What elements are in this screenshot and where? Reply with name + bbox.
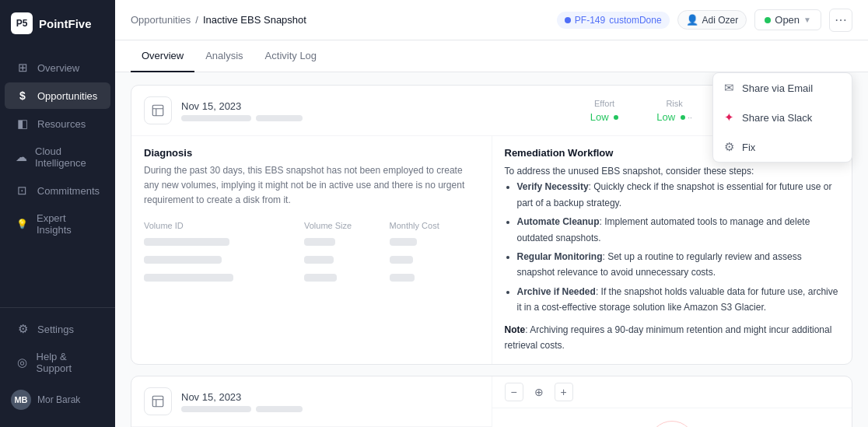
remediation-step-4: Archive if Needed: If the snapshot holds… bbox=[517, 284, 840, 316]
sidebar-item-help-support[interactable]: ◎ Help & Support bbox=[5, 344, 110, 381]
card-1-right: Remediation Workflow To address the unus… bbox=[492, 136, 852, 364]
table-row bbox=[144, 269, 479, 287]
sidebar-item-expert-insights-label: Expert Insights bbox=[37, 212, 100, 236]
zoom-controls: − ⊕ + bbox=[492, 376, 852, 408]
blur-cell bbox=[390, 274, 415, 282]
dropdown-menu: ✉ Share via Email ✦ Share via Slack ⚙ Fi… bbox=[712, 72, 852, 163]
tab-overview[interactable]: Overview bbox=[131, 40, 194, 72]
card-2-left: Nov 15, 2023 More Info | Resource page | bbox=[131, 376, 492, 427]
risk-dot bbox=[681, 115, 685, 120]
user-name: Mor Barak bbox=[37, 394, 80, 405]
card-1-left: Diagnosis During the past 30 days, this … bbox=[131, 136, 492, 364]
user-badge[interactable]: 👤 Adi Ozer bbox=[677, 10, 747, 30]
account-panel: Account bbox=[492, 408, 852, 427]
card-2-meta-1 bbox=[181, 406, 251, 412]
effort-value: Low bbox=[581, 111, 628, 123]
diagnosis-title: Diagnosis bbox=[144, 147, 479, 159]
sidebar-item-commitments-label: Commitments bbox=[37, 185, 100, 197]
sidebar-nav: ⊞ Overview $ Opportunities ◧ Resources ☁… bbox=[0, 47, 115, 307]
help-support-icon: ◎ bbox=[16, 355, 29, 369]
breadcrumb-parent[interactable]: Opportunities bbox=[131, 14, 191, 26]
blur-cell bbox=[390, 238, 417, 246]
sidebar-item-resources[interactable]: ◧ Resources bbox=[5, 110, 110, 138]
account-icon-wrap bbox=[649, 421, 695, 427]
resources-icon: ◧ bbox=[16, 117, 30, 131]
header-actions: PF-149 customDone 👤 Adi Ozer Open ▼ ⋯ bbox=[557, 9, 852, 32]
sidebar-item-settings-label: Settings bbox=[37, 324, 74, 335]
email-icon: ✉ bbox=[724, 81, 734, 95]
ticket-status: customDone bbox=[609, 15, 661, 26]
blur-cell bbox=[390, 256, 413, 264]
sidebar-item-overview[interactable]: ⊞ Overview bbox=[5, 54, 110, 82]
card-2-header: Nov 15, 2023 bbox=[131, 376, 492, 426]
logo-icon: P5 bbox=[11, 12, 33, 34]
blur-cell bbox=[304, 274, 337, 282]
diagnosis-text: During the past 30 days, this EBS snapsh… bbox=[144, 163, 479, 208]
sidebar-item-opportunities-label: Opportunities bbox=[37, 90, 97, 102]
table-row bbox=[144, 251, 479, 269]
dropdown-share-slack-label: Share via Slack bbox=[742, 112, 812, 124]
status-dot bbox=[765, 17, 771, 23]
remediation-steps: Verify Necessity: Quickly check if the s… bbox=[505, 179, 840, 315]
zoom-in-button[interactable]: + bbox=[555, 383, 573, 401]
dropdown-share-email[interactable]: ✉ Share via Email bbox=[713, 73, 852, 103]
tab-activity-log[interactable]: Activity Log bbox=[254, 40, 327, 72]
settings-icon: ⚙ bbox=[16, 322, 30, 336]
sidebar-item-resources-label: Resources bbox=[37, 118, 86, 130]
card-2-body: Nov 15, 2023 More Info | Resource page | bbox=[131, 376, 852, 427]
effort-label: Effort bbox=[581, 99, 628, 108]
more-icon: ⋯ bbox=[835, 12, 847, 27]
remediation-step-3: Regular Monitoring: Set up a routine to … bbox=[517, 249, 840, 281]
sidebar-item-commitments[interactable]: ⊡ Commitments bbox=[5, 177, 110, 205]
card-1-body: Diagnosis During the past 30 days, this … bbox=[131, 136, 852, 364]
sidebar-item-overview-label: Overview bbox=[37, 62, 79, 74]
card-2: Nov 15, 2023 More Info | Resource page | bbox=[131, 376, 852, 427]
zoom-out-button[interactable]: − bbox=[505, 383, 523, 401]
sidebar-item-settings[interactable]: ⚙ Settings bbox=[5, 315, 110, 343]
remediation-step-1: Verify Necessity: Quickly check if the s… bbox=[517, 179, 840, 211]
slack-icon: ✦ bbox=[724, 110, 734, 124]
blur-cell bbox=[304, 256, 334, 264]
header-user-name: Adi Ozer bbox=[702, 15, 739, 26]
card-2-right: − ⊕ + Account bbox=[492, 376, 852, 427]
sidebar: P5 PointFive ⊞ Overview $ Opportunities … bbox=[0, 0, 115, 427]
commitments-icon: ⊡ bbox=[16, 184, 30, 198]
app-name: PointFive bbox=[39, 17, 92, 30]
blur-cell bbox=[144, 274, 233, 282]
sidebar-item-opportunities[interactable]: $ Opportunities bbox=[5, 82, 110, 109]
breadcrumb: Opportunities / Inactive EBS Snapshot bbox=[131, 14, 306, 26]
remediation-note: Note: Archiving requires a 90-day minimu… bbox=[505, 322, 840, 354]
expert-insights-icon: 💡 bbox=[16, 219, 29, 229]
card-1-date: Nov 15, 2023 bbox=[181, 100, 303, 112]
col-volume-id: Volume ID bbox=[144, 218, 304, 233]
avatar: MB bbox=[11, 390, 31, 410]
cloud-intelligence-icon: ☁ bbox=[16, 150, 27, 164]
sidebar-bottom: ⚙ Settings ◎ Help & Support MB Mor Barak bbox=[0, 307, 115, 427]
overview-icon: ⊞ bbox=[16, 61, 30, 75]
card-1-meta-1 bbox=[181, 115, 251, 121]
breadcrumb-separator: / bbox=[195, 14, 198, 26]
sidebar-item-cloud-intelligence-label: Cloud Intelligence bbox=[35, 145, 100, 169]
status-dropdown[interactable]: Open ▼ bbox=[754, 9, 821, 30]
chevron-down-icon: ▼ bbox=[803, 16, 811, 24]
more-button[interactable]: ⋯ bbox=[829, 9, 852, 32]
col-volume-size: Volume Size bbox=[304, 218, 390, 233]
sidebar-item-cloud-intelligence[interactable]: ☁ Cloud Intelligence bbox=[5, 138, 110, 176]
opportunities-icon: $ bbox=[16, 89, 30, 102]
blur-cell bbox=[304, 238, 335, 246]
header: Opportunities / Inactive EBS Snapshot PF… bbox=[115, 0, 868, 40]
ticket-id: PF-149 bbox=[575, 15, 605, 26]
card-1-icon bbox=[144, 96, 172, 124]
remediation-content: To address the unused EBS snapshot, cons… bbox=[505, 163, 840, 353]
sidebar-item-help-support-label: Help & Support bbox=[37, 351, 100, 374]
tab-analysis[interactable]: Analysis bbox=[194, 40, 254, 72]
dropdown-share-slack[interactable]: ✦ Share via Slack bbox=[713, 103, 852, 132]
svg-rect-1 bbox=[152, 397, 163, 408]
sidebar-item-expert-insights[interactable]: 💡 Expert Insights bbox=[5, 205, 110, 243]
data-table: Volume ID Volume Size Monthly Cost bbox=[144, 218, 479, 287]
ticket-badge[interactable]: PF-149 customDone bbox=[557, 12, 670, 29]
logo: P5 PointFive bbox=[0, 0, 115, 47]
ticket-dot bbox=[565, 17, 571, 23]
dropdown-fix[interactable]: ⚙ Fix bbox=[713, 132, 852, 162]
dropdown-share-email-label: Share via Email bbox=[742, 82, 813, 94]
